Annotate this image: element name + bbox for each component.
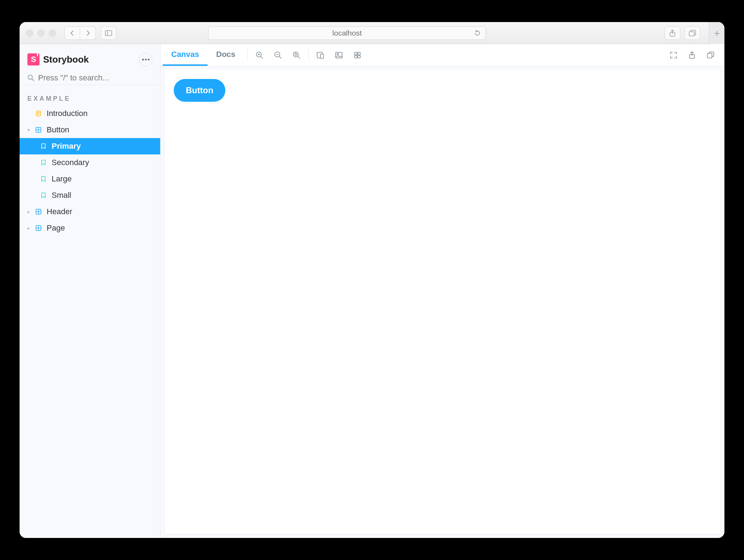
tab-canvas[interactable]: Canvas (163, 44, 208, 66)
tree-item-page[interactable]: ▸ Page (20, 220, 160, 236)
tree-story-secondary[interactable]: Secondary (20, 154, 160, 171)
address-bar[interactable]: localhost (208, 26, 486, 40)
svg-point-31 (337, 53, 339, 55)
reload-icon[interactable] (474, 30, 481, 36)
back-button[interactable] (64, 26, 80, 40)
search-row[interactable] (20, 70, 160, 85)
caret-right-icon: ▸ (27, 225, 34, 231)
tree-item-header[interactable]: ▸ Header (20, 204, 160, 220)
new-tab-button[interactable]: ＋ (709, 22, 724, 44)
tree-label: Header (47, 207, 72, 216)
tree-item-introduction[interactable]: Introduction (20, 105, 160, 122)
svg-rect-3 (689, 32, 694, 36)
fullscreen-button[interactable] (665, 47, 682, 63)
sidebar: S Storybook EXAMPLE Introduction (20, 44, 161, 538)
svg-line-27 (298, 57, 300, 58)
tab-label: Docs (216, 50, 235, 59)
viewport-button[interactable] (312, 47, 329, 63)
storybook-app: S Storybook EXAMPLE Introduction (20, 44, 724, 538)
svg-rect-29 (320, 54, 324, 58)
bookmark-icon (39, 176, 48, 182)
zoom-reset-button[interactable] (288, 47, 305, 63)
logo-badge: S (27, 53, 40, 65)
svg-line-20 (261, 57, 263, 58)
tree-label: Primary (52, 142, 81, 151)
titlebar-right (665, 26, 700, 40)
bookmark-icon (39, 192, 48, 199)
search-input[interactable] (38, 73, 152, 83)
address-text: localhost (332, 29, 362, 37)
main-panel: Canvas Docs (161, 44, 724, 538)
tree-story-large[interactable]: Large (20, 171, 160, 187)
tree-label: Secondary (52, 158, 89, 167)
copy-link-button[interactable] (702, 47, 719, 63)
background-button[interactable] (331, 47, 347, 63)
view-tabs: Canvas Docs (163, 44, 244, 66)
svg-rect-37 (707, 53, 712, 58)
zoom-window-dot[interactable] (49, 30, 56, 37)
bookmark-icon (39, 143, 48, 149)
svg-line-24 (279, 57, 281, 58)
component-icon (34, 127, 43, 133)
preview-canvas: Button (164, 70, 721, 534)
caret-right-icon: ▸ (27, 209, 34, 215)
tree-label: Page (47, 223, 65, 233)
svg-rect-30 (336, 52, 342, 58)
tree-story-small[interactable]: Small (20, 187, 160, 204)
zoom-out-button[interactable] (270, 47, 286, 63)
svg-rect-34 (355, 56, 357, 58)
sidebar-toggle-button[interactable] (101, 26, 116, 40)
share-button[interactable] (665, 26, 680, 40)
viewport-tools (312, 47, 366, 63)
grid-button[interactable] (349, 47, 366, 63)
minimize-window-dot[interactable] (37, 30, 44, 37)
browser-titlebar: localhost ＋ (20, 22, 724, 44)
svg-rect-0 (105, 31, 112, 36)
sidebar-menu-button[interactable] (139, 53, 152, 66)
tree-label: Small (52, 191, 71, 200)
tab-label: Canvas (171, 50, 199, 59)
toolbar-right (665, 47, 722, 63)
nav-buttons (64, 26, 96, 40)
svg-point-4 (28, 75, 32, 79)
svg-rect-33 (358, 52, 360, 55)
safari-window: localhost ＋ S Storybook (20, 22, 724, 538)
storybook-logo[interactable]: S Storybook (27, 53, 89, 65)
zoom-in-button[interactable] (251, 47, 268, 63)
bookmark-icon (39, 159, 48, 166)
component-icon (34, 225, 43, 231)
component-icon (34, 208, 43, 215)
close-window-dot[interactable] (26, 30, 33, 37)
open-new-tab-button[interactable] (684, 47, 700, 63)
tab-docs[interactable]: Docs (208, 44, 244, 66)
svg-point-26 (293, 52, 298, 57)
svg-line-5 (32, 79, 34, 81)
tree-story-primary[interactable]: Primary (20, 138, 160, 154)
preview-button[interactable]: Button (174, 79, 225, 102)
window-controls (26, 30, 56, 37)
zoom-tools (251, 47, 305, 63)
tree-label: Button (47, 125, 69, 134)
brand-name: Storybook (43, 54, 89, 65)
tree-label: Large (52, 174, 72, 184)
svg-rect-32 (355, 52, 357, 55)
search-icon (27, 74, 35, 81)
sidebar-header: S Storybook (20, 48, 160, 70)
story-tree: Introduction ▾ Button Primary Secondary (20, 105, 160, 236)
forward-button[interactable] (80, 26, 96, 40)
caret-down-icon: ▾ (27, 127, 34, 133)
tabs-button[interactable] (685, 26, 700, 40)
document-icon (34, 110, 43, 117)
toolbar-divider (247, 49, 248, 62)
svg-rect-35 (358, 56, 360, 58)
tree-label: Introduction (47, 109, 88, 118)
tree-item-button[interactable]: ▾ Button (20, 122, 160, 138)
toolbar: Canvas Docs (161, 44, 724, 66)
toolbar-divider (308, 49, 309, 62)
section-label: EXAMPLE (20, 85, 160, 105)
